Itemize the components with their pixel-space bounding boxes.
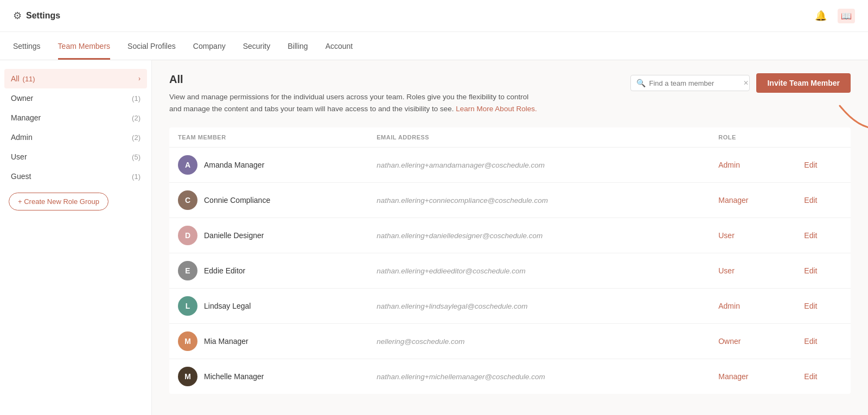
sidebar-item-owner[interactable]: Owner (1) [0,88,151,108]
search-invite-area: 🔍 ✕ Invite Team Member [630,73,851,93]
sidebar-count-owner: (1) [132,94,141,103]
search-box: 🔍 ✕ [630,75,750,91]
member-cell-6: M Michelle Manager [169,359,368,394]
book-icon-wrap[interactable]: 📖 [838,9,855,23]
main-layout: All (11) › Owner (1) Manager (2) Admin (… [0,60,868,415]
sidebar-count-guest: (1) [132,173,141,181]
avatar-5: M [178,331,197,351]
member-cell-2: D Danielle Designer [169,218,368,253]
table-row: M Michelle Manager nathan.ellering+miche… [169,359,851,394]
invite-team-member-button[interactable]: Invite Team Member [756,73,851,93]
settings-gear-icon: ⚙ [13,10,22,22]
edit-cell-4[interactable]: Edit [795,289,851,324]
sidebar-label-manager: Manager [11,113,41,122]
sidebar-item-all[interactable]: All (11) › [4,69,147,88]
edit-cell-0[interactable]: Edit [795,148,851,183]
learn-more-link[interactable]: Learn More About Roles. [456,105,537,113]
sidebar-label-all: All [11,74,20,83]
member-name-4: Lindsay Legal [204,302,251,310]
bell-button[interactable]: 🔔 [813,8,829,24]
tab-security[interactable]: Security [243,32,271,60]
col-team-member: TEAM MEMBER [169,127,368,148]
member-cell-3: E Eddie Editor [169,253,368,289]
book-icon: 📖 [841,11,852,21]
role-cell-0: Admin [710,148,795,183]
tab-company[interactable]: Company [193,32,226,60]
email-cell-2: nathan.ellering+danielledesigner@cosched… [368,218,710,253]
content-header: All View and manage permissions for the … [169,73,851,114]
email-cell-5: nellering@coschedule.com [368,324,710,359]
member-name-2: Danielle Designer [204,231,264,240]
edit-cell-3[interactable]: Edit [795,253,851,289]
email-cell-0: nathan.ellering+amandamanager@coschedule… [368,148,710,183]
edit-link-5[interactable]: Edit [804,337,817,346]
search-input[interactable] [649,79,740,87]
search-icon: 🔍 [636,79,646,87]
member-name-0: Amanda Manager [204,161,264,169]
sidebar-label-user: User [11,152,27,161]
sidebar-count-admin: (2) [132,133,141,142]
content-description: View and manage permissions for the indi… [169,91,538,114]
member-cell-1: C Connie Compliance [169,183,368,218]
edit-cell-2[interactable]: Edit [795,218,851,253]
avatar-1: C [178,190,197,210]
sidebar-label-guest: Guest [11,172,31,181]
sidebar-item-guest[interactable]: Guest (1) [0,167,151,186]
member-name-3: Eddie Editor [204,266,245,275]
table-row: C Connie Compliance nathan.ellering+conn… [169,183,851,218]
team-table: TEAM MEMBER EMAIL ADDRESS ROLE A Amanda … [169,127,851,394]
bell-icon: 🔔 [815,10,827,21]
edit-link-4[interactable]: Edit [804,302,817,310]
email-cell-1: nathan.ellering+conniecompliance@cosched… [368,183,710,218]
member-name-1: Connie Compliance [204,196,270,205]
avatar-4: L [178,296,197,316]
edit-cell-1[interactable]: Edit [795,183,851,218]
col-actions [795,127,851,148]
avatar-6: M [178,367,197,386]
edit-link-1[interactable]: Edit [804,196,817,205]
member-name-5: Mia Manager [204,337,248,346]
tab-settings[interactable]: Settings [13,32,41,60]
table-row: E Eddie Editor nathan.ellering+eddieedit… [169,253,851,289]
sidebar: All (11) › Owner (1) Manager (2) Admin (… [0,60,152,415]
tab-billing[interactable]: Billing [288,32,308,60]
edit-link-2[interactable]: Edit [804,231,817,240]
edit-link-0[interactable]: Edit [804,161,817,169]
sidebar-count-manager: (2) [132,114,141,122]
tab-social-profiles[interactable]: Social Profiles [127,32,176,60]
nav-tabs: Settings Team Members Social Profiles Co… [0,32,868,60]
role-cell-2: User [710,218,795,253]
email-cell-4: nathan.ellering+lindsaylegal@coschedule.… [368,289,710,324]
sidebar-item-admin[interactable]: Admin (2) [0,127,151,147]
avatar-0: A [178,155,197,175]
sidebar-count-user: (5) [132,153,141,161]
table-header-row: TEAM MEMBER EMAIL ADDRESS ROLE [169,127,851,148]
edit-cell-6[interactable]: Edit [795,359,851,394]
role-cell-1: Manager [710,183,795,218]
member-cell-4: L Lindsay Legal [169,289,368,324]
tab-team-members[interactable]: Team Members [58,32,110,60]
sidebar-count-all: (11) [23,75,35,83]
role-cell-4: Admin [710,289,795,324]
header-icons: 🔔 📖 [813,8,855,24]
header-left: ⚙ Settings [13,10,813,22]
create-role-group-button[interactable]: + Create New Role Group [9,193,108,210]
app-title: Settings [26,11,60,21]
edit-link-3[interactable]: Edit [804,266,817,275]
tab-account[interactable]: Account [326,32,353,60]
table-row: L Lindsay Legal nathan.ellering+lindsayl… [169,289,851,324]
role-cell-5: Owner [710,324,795,359]
edit-cell-5[interactable]: Edit [795,324,851,359]
chevron-right-icon: › [138,75,141,82]
table-row: A Amanda Manager nathan.ellering+amandam… [169,148,851,183]
main-content: All View and manage permissions for the … [152,60,868,415]
sidebar-item-user[interactable]: User (5) [0,147,151,167]
sidebar-item-manager[interactable]: Manager (2) [0,108,151,127]
email-cell-3: nathan.ellering+eddieeditor@coschedule.c… [368,253,710,289]
content-title-area: All View and manage permissions for the … [169,73,538,114]
member-cell-5: M Mia Manager [169,324,368,359]
col-role: ROLE [710,127,795,148]
member-name-6: Michelle Manager [204,372,264,381]
clear-search-icon[interactable]: ✕ [743,79,749,87]
edit-link-6[interactable]: Edit [804,372,817,381]
